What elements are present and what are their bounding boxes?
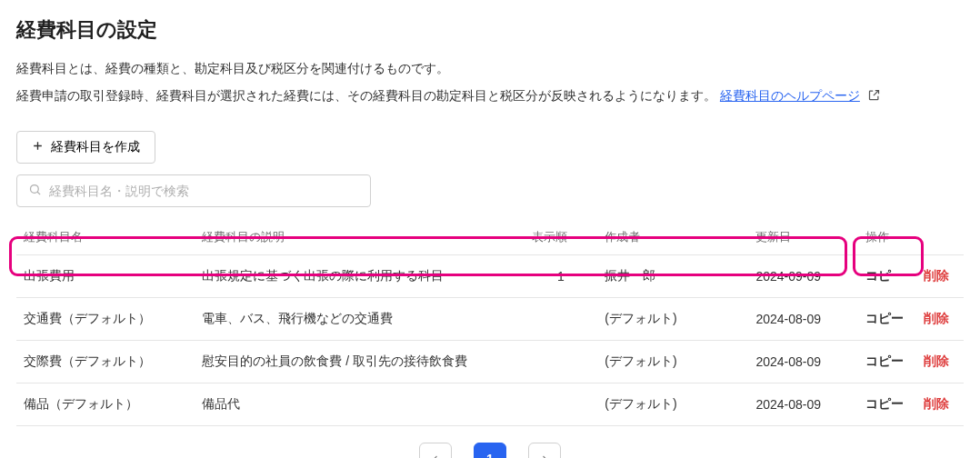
page-description-2-text: 経費申請の取引登録時、経費科目が選択された経費には、その経費科目の勘定科目と税区… [16,88,716,103]
chevron-right-icon [539,453,550,458]
delete-button[interactable]: 削除 [924,396,949,411]
cell-desc: 慰安目的の社員の飲食費 / 取引先の接待飲食費 [195,340,524,383]
cell-name: 交際費（デフォルト） [16,340,195,383]
delete-button[interactable]: 削除 [924,268,949,283]
page-title: 経費科目の設定 [16,16,964,44]
copy-button[interactable]: コピー [865,396,904,411]
highlight-annotation-row [12,239,845,274]
create-button-label: 経費科目を作成 [51,139,140,155]
chevron-left-icon [430,453,441,458]
page-description-2: 経費申請の取引登録時、経費科目が選択された経費には、その経費科目の勘定科目と税区… [16,85,964,109]
search-field-container [16,174,371,207]
cell-date: 2024-08-09 [748,383,858,425]
cell-author: (デフォルト) [597,340,748,383]
delete-button[interactable]: 削除 [924,353,949,368]
cell-order [525,340,598,383]
page-prev-button[interactable] [419,443,452,458]
search-input[interactable] [49,184,359,198]
cell-name: 備品（デフォルト） [16,383,195,425]
cell-desc: 電車、バス、飛行機などの交通費 [195,297,524,340]
copy-button[interactable]: コピー [865,311,904,325]
cell-desc: 備品代 [195,383,524,425]
page-description-1: 経費科目とは、経費の種類と、勘定科目及び税区分を関連付けるものです。 [16,58,964,80]
table-row[interactable]: 交際費（デフォルト） 慰安目的の社員の飲食費 / 取引先の接待飲食費 (デフォル… [16,340,964,383]
cell-author: (デフォルト) [597,383,748,425]
plus-icon [32,140,44,154]
cell-date: 2024-08-09 [748,297,858,340]
cell-author: (デフォルト) [597,297,748,340]
table-row[interactable]: 交通費（デフォルト） 電車、バス、飛行機などの交通費 (デフォルト) 2024-… [16,297,964,340]
svg-point-0 [31,184,39,193]
cell-name: 交通費（デフォルト） [16,297,195,340]
external-link-icon [867,87,881,109]
cell-order [525,297,598,340]
create-expense-category-button[interactable]: 経費科目を作成 [16,131,155,164]
cell-date: 2024-08-09 [748,340,858,383]
copy-button[interactable]: コピー [865,353,904,368]
page-next-button[interactable] [528,443,561,458]
cell-order [525,383,598,425]
help-link[interactable]: 経費科目のヘルプページ [720,88,860,103]
table-row[interactable]: 備品（デフォルト） 備品代 (デフォルト) 2024-08-09 コピー 削除 [16,383,964,425]
page-number-button[interactable]: 1 [474,443,506,458]
highlight-annotation-copy [855,239,921,274]
pagination: 1 [16,443,964,458]
search-icon [28,183,42,199]
delete-button[interactable]: 削除 [924,311,949,325]
